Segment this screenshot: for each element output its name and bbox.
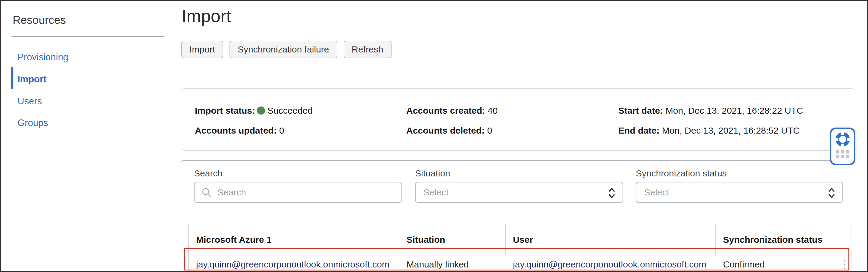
app-window: Resources Provisioning Import Users Grou… (0, 0, 868, 272)
help-widget[interactable] (830, 128, 855, 165)
status-succeeded-dot-icon (257, 106, 265, 115)
row-actions-kebab-icon[interactable] (844, 260, 845, 269)
user-link[interactable]: jay.quinn@greencorponoutlook.onmicrosoft… (513, 259, 706, 270)
import-status-panel: Import status:Succeeded Accounts created… (182, 88, 855, 151)
accounts-updated-field: Accounts updated: 0 (195, 125, 284, 137)
search-input[interactable]: Search (194, 182, 402, 203)
accounts-created-label: Accounts created: (406, 106, 485, 115)
search-label: Search (194, 168, 402, 179)
sidebar-item-label: Groups (18, 117, 48, 128)
table-row[interactable]: jay.quinn@greencorponoutlook.onmicrosoft… (189, 255, 851, 272)
select-updown-chevron-icon (827, 187, 836, 199)
table-header-row: Microsoft Azure 1 Situation User Synchro… (189, 224, 851, 255)
column-header-sync-status: Synchronization status (716, 224, 851, 255)
toolbar: Import Synchronization failure Refresh (181, 41, 392, 58)
end-date-label: End date: (618, 126, 659, 135)
import-status-label: Import status: (195, 106, 255, 115)
sidebar-item-provisioning[interactable]: Provisioning (18, 52, 68, 63)
select-updown-chevron-icon (607, 187, 617, 199)
situation-filter-group: Situation Select (415, 168, 623, 203)
sidebar-item-label: Provisioning (18, 52, 68, 62)
refresh-button[interactable]: Refresh (344, 41, 392, 58)
sidebar-item-users[interactable]: Users (18, 96, 42, 107)
sidebar-title: Resources (13, 14, 66, 27)
search-filter-group: Search Search (194, 168, 402, 203)
grid-dots-drag-handle-icon[interactable] (836, 150, 849, 158)
column-header-situation: Situation (399, 224, 506, 255)
situation-select[interactable]: Select (415, 182, 623, 203)
start-date-field: Start date: Mon, Dec 13, 2021, 16:28:22 … (618, 105, 803, 117)
import-status-field: Import status:Succeeded (195, 105, 313, 117)
end-date-field: End date: Mon, Dec 13, 2021, 16:28:52 UT… (618, 125, 800, 137)
accounts-updated-label: Accounts updated: (195, 126, 277, 135)
accounts-deleted-label: Accounts deleted: (406, 126, 485, 135)
search-icon (201, 187, 212, 198)
synchronization-failure-button[interactable]: Synchronization failure (229, 41, 337, 58)
sidebar-item-label: Users (18, 96, 42, 106)
column-header-microsoft-azure: Microsoft Azure 1 (189, 224, 399, 255)
start-date-value: Mon, Dec 13, 2021, 16:28:22 UTC (665, 106, 803, 115)
accounts-created-field: Accounts created: 40 (406, 105, 498, 117)
sidebar-item-import[interactable]: Import (18, 74, 46, 85)
situation-select-value: Select (424, 187, 448, 197)
accounts-table: Microsoft Azure 1 Situation User Synchro… (188, 224, 851, 272)
sidebar-item-label: Import (18, 74, 46, 84)
sync-status-cell: Confirmed (723, 259, 765, 270)
accounts-updated-value: 0 (279, 126, 284, 135)
column-header-user: User (506, 224, 716, 255)
sidebar-item-groups[interactable]: Groups (18, 117, 48, 129)
accounts-deleted-field: Accounts deleted: 0 (406, 125, 492, 137)
azure-account-link[interactable]: jay.quinn@greencorponoutlook.onmicrosoft… (196, 259, 390, 270)
sync-status-select[interactable]: Select (636, 182, 843, 203)
page-title: Import (182, 5, 231, 27)
sync-status-select-value: Select (644, 187, 669, 197)
situation-label: Situation (415, 168, 623, 179)
search-placeholder: Search (217, 187, 246, 197)
end-date-value: Mon, Dec 13, 2021, 16:28:52 UTC (662, 126, 800, 135)
situation-cell: Manually linked (407, 259, 469, 270)
accounts-list-panel: Search Search Situation Select Synchroni… (181, 160, 855, 272)
import-status-value: Succeeded (268, 106, 313, 115)
import-button[interactable]: Import (181, 41, 223, 58)
active-item-indicator (11, 67, 13, 89)
start-date-label: Start date: (618, 106, 663, 115)
sync-status-label: Synchronization status (636, 168, 843, 179)
sidebar-divider (11, 36, 164, 37)
sync-status-filter-group: Synchronization status Select (636, 168, 843, 203)
accounts-deleted-value: 0 (487, 126, 492, 135)
accounts-created-value: 40 (488, 106, 498, 115)
lifebuoy-icon (835, 131, 851, 147)
